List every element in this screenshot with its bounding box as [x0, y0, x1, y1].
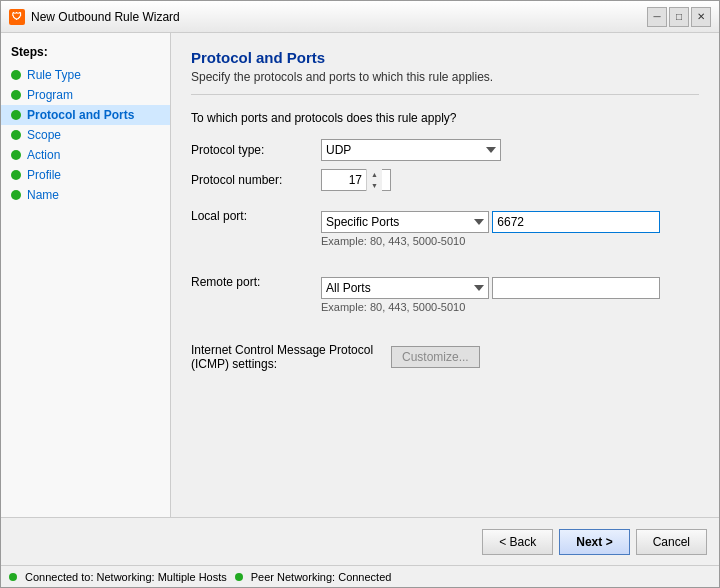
sidebar-item-action[interactable]: Action	[1, 145, 170, 165]
page-title: Protocol and Ports	[191, 49, 699, 66]
sidebar-label-program: Program	[27, 88, 73, 102]
remote-port-input[interactable]	[492, 277, 660, 299]
status-text-1: Connected to: Networking: Multiple Hosts	[25, 571, 227, 583]
sidebar-label-protocol-ports: Protocol and Ports	[27, 108, 134, 122]
protocol-number-label: Protocol number:	[191, 173, 321, 187]
close-button[interactable]: ✕	[691, 7, 711, 27]
local-port-label: Local port:	[191, 207, 321, 223]
window-title: New Outbound Rule Wizard	[31, 10, 180, 24]
status-text-2: Peer Networking: Connected	[251, 571, 392, 583]
sidebar-label-scope: Scope	[27, 128, 61, 142]
spin-up-button[interactable]: ▲	[367, 169, 382, 180]
sidebar-label-name: Name	[27, 188, 59, 202]
protocol-number-control: ▲ ▼	[321, 169, 391, 191]
local-port-section: Specific Ports All Ports RPC Dynamic Por…	[321, 207, 660, 247]
customize-button: Customize...	[391, 346, 480, 368]
spin-buttons: ▲ ▼	[366, 169, 382, 191]
local-port-select[interactable]: Specific Ports All Ports RPC Dynamic Por…	[321, 211, 489, 233]
step-dot	[11, 130, 21, 140]
next-button[interactable]: Next >	[559, 529, 629, 555]
remote-port-section: All Ports Specific Ports Example: 80, 44…	[321, 273, 660, 313]
protocol-number-row: Protocol number: ▲ ▼	[191, 169, 699, 191]
question-text: To which ports and protocols does this r…	[191, 111, 699, 125]
sidebar-item-program[interactable]: Program	[1, 85, 170, 105]
title-bar-left: 🛡 New Outbound Rule Wizard	[9, 9, 180, 25]
local-port-input[interactable]	[492, 211, 660, 233]
sidebar-item-scope[interactable]: Scope	[1, 125, 170, 145]
sidebar-header: Steps:	[1, 41, 170, 65]
sidebar-item-protocol-ports[interactable]: Protocol and Ports	[1, 105, 170, 125]
sidebar-label-rule-type: Rule Type	[27, 68, 81, 82]
step-dot	[11, 190, 21, 200]
protocol-type-label: Protocol type:	[191, 143, 321, 157]
remote-port-select[interactable]: All Ports Specific Ports	[321, 277, 489, 299]
protocol-type-control: UDP TCP ICMPv4 ICMPv6 Any	[321, 139, 501, 161]
wizard-window: 🛡 New Outbound Rule Wizard ─ □ ✕ Steps: …	[0, 0, 720, 588]
step-dot	[11, 170, 21, 180]
remote-port-example: Example: 80, 443, 5000-5010	[321, 301, 660, 313]
maximize-button[interactable]: □	[669, 7, 689, 27]
icmp-label: Internet Control Message Protocol (ICMP)…	[191, 343, 391, 371]
local-port-example: Example: 80, 443, 5000-5010	[321, 235, 660, 247]
step-dot	[11, 110, 21, 120]
footer-bar: < Back Next > Cancel	[1, 517, 719, 565]
sidebar-item-rule-type[interactable]: Rule Type	[1, 65, 170, 85]
protocol-number-input[interactable]	[322, 170, 366, 190]
step-dot	[11, 90, 21, 100]
main-panel: Protocol and Ports Specify the protocols…	[171, 33, 719, 517]
title-bar: 🛡 New Outbound Rule Wizard ─ □ ✕	[1, 1, 719, 33]
cancel-button[interactable]: Cancel	[636, 529, 707, 555]
remote-port-row: Remote port: All Ports Specific Ports Ex…	[191, 273, 699, 323]
spin-down-button[interactable]: ▼	[367, 180, 382, 191]
page-subtitle: Specify the protocols and ports to which…	[191, 70, 699, 95]
sidebar-label-action: Action	[27, 148, 60, 162]
step-dot	[11, 150, 21, 160]
back-button[interactable]: < Back	[482, 529, 553, 555]
minimize-button[interactable]: ─	[647, 7, 667, 27]
sidebar-label-profile: Profile	[27, 168, 61, 182]
sidebar: Steps: Rule Type Program Protocol and Po…	[1, 33, 171, 517]
sidebar-item-profile[interactable]: Profile	[1, 165, 170, 185]
step-dot	[11, 70, 21, 80]
protocol-type-select[interactable]: UDP TCP ICMPv4 ICMPv6 Any	[321, 139, 501, 161]
sidebar-item-name[interactable]: Name	[1, 185, 170, 205]
status-dot-2	[235, 573, 243, 581]
status-bar: Connected to: Networking: Multiple Hosts…	[1, 565, 719, 587]
status-dot-1	[9, 573, 17, 581]
local-port-row: Local port: Specific Ports All Ports RPC…	[191, 207, 699, 257]
wizard-icon: 🛡	[9, 9, 25, 25]
remote-port-label: Remote port:	[191, 273, 321, 289]
content-area: Steps: Rule Type Program Protocol and Po…	[1, 33, 719, 517]
icmp-row: Internet Control Message Protocol (ICMP)…	[191, 343, 699, 371]
protocol-type-row: Protocol type: UDP TCP ICMPv4 ICMPv6 Any	[191, 139, 699, 161]
title-bar-controls: ─ □ ✕	[647, 7, 711, 27]
